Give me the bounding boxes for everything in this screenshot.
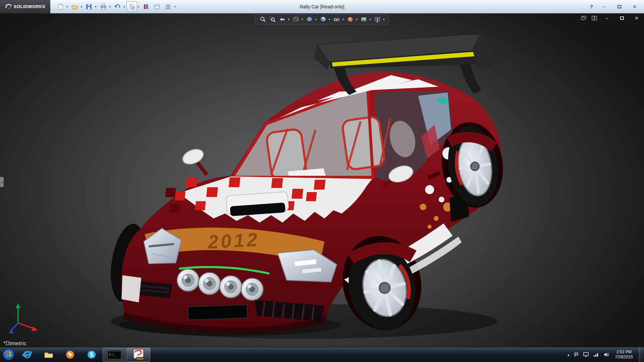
maximize-button[interactable] — [614, 4, 624, 10]
dropdown-caret[interactable]: ▾ — [356, 18, 358, 21]
display-style-icon — [320, 16, 326, 23]
svg-text:S: S — [90, 351, 94, 358]
xpress-tools-button[interactable] — [141, 1, 151, 12]
rally-car-model[interactable]: 2012 — [106, 34, 508, 338]
titlebar-controls: ? − × — [590, 4, 644, 10]
taskbar-item-media-player[interactable] — [60, 348, 80, 362]
skype-icon: S — [86, 349, 97, 360]
license-plate — [188, 305, 248, 320]
display-style-button[interactable] — [319, 15, 327, 23]
doc-restore-icon — [620, 16, 624, 20]
save-button[interactable] — [84, 1, 94, 12]
doc-close-button[interactable]: × — [632, 15, 641, 21]
media-player-icon — [65, 349, 75, 360]
taskbar-clock[interactable]: 2:02 PM 7/28/2015 — [613, 350, 635, 360]
dropdown-caret[interactable]: ▾ — [342, 18, 344, 21]
maximize-icon — [618, 5, 621, 8]
dropdown-caret[interactable]: ▾ — [329, 18, 330, 21]
dropdown-caret[interactable]: ▾ — [123, 5, 125, 8]
action-center-flag-icon[interactable] — [574, 352, 579, 357]
graphics-viewport[interactable]: 2012 — [0, 13, 644, 347]
open-document-button[interactable] — [69, 1, 80, 12]
cascade-windows-icon[interactable] — [581, 16, 586, 20]
brand-text: SOLIDWORKS — [14, 4, 46, 9]
system-tray: ▴ 2:02 PM 7/28/2015 — [568, 347, 644, 362]
window-display-button[interactable] — [152, 1, 162, 12]
view-orientation-button[interactable] — [305, 15, 314, 23]
undo-icon — [114, 3, 121, 10]
solidworks-logo-icon — [5, 3, 12, 10]
titlebar: SOLIDWORKS ▾ ▾ ▾ ▾ — [0, 0, 644, 13]
main-toolbar: ▾ ▾ ▾ ▾ ▾ — [55, 1, 177, 12]
volume-icon[interactable] — [603, 352, 609, 357]
doc-minimize-button[interactable]: − — [602, 15, 612, 21]
bumper-white-stripe — [121, 275, 141, 302]
options-button[interactable] — [163, 1, 173, 12]
apply-scene-icon — [361, 16, 367, 23]
clock-date: 7/28/2015 — [615, 355, 633, 360]
mirror-left-stalk — [197, 163, 207, 175]
tile-windows-icon[interactable] — [592, 16, 597, 20]
undo-button[interactable] — [112, 1, 123, 12]
new-document-button[interactable] — [55, 1, 66, 12]
view-settings-icon — [374, 16, 381, 23]
apply-scene-button[interactable] — [360, 15, 368, 23]
dropdown-caret[interactable]: ▾ — [174, 5, 176, 8]
dropdown-caret[interactable]: ▾ — [95, 5, 97, 8]
zoom-to-fit-button[interactable] — [258, 15, 267, 23]
edit-appearance-icon — [347, 16, 354, 23]
dropdown-caret[interactable]: ▾ — [302, 18, 303, 21]
dropdown-caret[interactable]: ▾ — [370, 18, 371, 21]
3d-scene[interactable]: 2012 — [0, 13, 644, 347]
print-button[interactable] — [98, 1, 109, 12]
minimize-button[interactable]: − — [599, 4, 608, 10]
svg-text:C:\_: C:\_ — [109, 353, 115, 356]
zoom-to-area-button[interactable] — [268, 15, 277, 23]
year-decal: 2012 — [207, 229, 260, 253]
select-button[interactable] — [126, 1, 137, 12]
dropdown-caret[interactable]: ▾ — [383, 18, 385, 21]
section-view-button[interactable] — [291, 15, 300, 23]
panel-collapse-tab[interactable]: ◂ — [0, 177, 4, 187]
taskbar-item-skype[interactable]: S — [81, 348, 102, 362]
orientation-triad — [9, 303, 38, 334]
help-button[interactable]: ? — [590, 4, 593, 9]
previous-view-icon — [279, 16, 285, 23]
network-icon[interactable] — [593, 352, 599, 357]
interior-accent — [437, 98, 448, 104]
taskbar-item-solidworks[interactable]: 2015 — [127, 348, 150, 362]
windows-start-icon — [2, 348, 15, 361]
close-button[interactable]: × — [630, 4, 639, 10]
dropdown-caret[interactable]: ▾ — [81, 5, 83, 8]
internet-explorer-icon — [22, 349, 33, 360]
options-list-icon — [164, 3, 172, 10]
solidworks-logo: SOLIDWORKS — [0, 0, 50, 13]
display-icon[interactable] — [583, 352, 589, 357]
hidden-icons-chevron[interactable]: ▴ — [568, 353, 570, 357]
solidworks-badge: 2015 — [137, 357, 144, 360]
previous-view-button[interactable] — [278, 15, 286, 23]
new-document-icon — [57, 3, 64, 10]
taskbar-item-command-prompt[interactable]: C:\_ — [103, 348, 126, 362]
doc-restore-button[interactable] — [617, 15, 627, 21]
xpress-tools-icon — [142, 3, 150, 10]
hide-show-items-button[interactable] — [332, 15, 341, 23]
edit-appearance-button[interactable] — [346, 15, 355, 23]
dropdown-caret[interactable]: ▾ — [315, 18, 317, 21]
view-settings-button[interactable] — [373, 15, 382, 23]
taskbar-item-internet-explorer[interactable] — [17, 348, 38, 362]
open-folder-icon — [71, 3, 78, 10]
heads-up-view-toolbar: ▾ ▾ ▾ ▾ ▾ — [255, 14, 389, 24]
view-orientation-label: *Dimetric — [3, 340, 26, 347]
view-orientation-icon — [306, 16, 313, 23]
taskbar-item-windows-explorer[interactable] — [38, 348, 59, 362]
show-desktop-button[interactable] — [639, 347, 643, 362]
dropdown-caret[interactable]: ▾ — [288, 18, 289, 21]
solidworks-app-icon: 2015 — [133, 349, 144, 360]
start-button[interactable] — [1, 347, 16, 362]
dropdown-caret[interactable]: ▾ — [66, 5, 68, 8]
hide-show-icon — [333, 16, 340, 23]
document-window-controls: − × — [581, 15, 641, 21]
dropdown-caret[interactable]: ▾ — [109, 5, 111, 8]
dropdown-caret[interactable]: ▾ — [138, 5, 140, 8]
